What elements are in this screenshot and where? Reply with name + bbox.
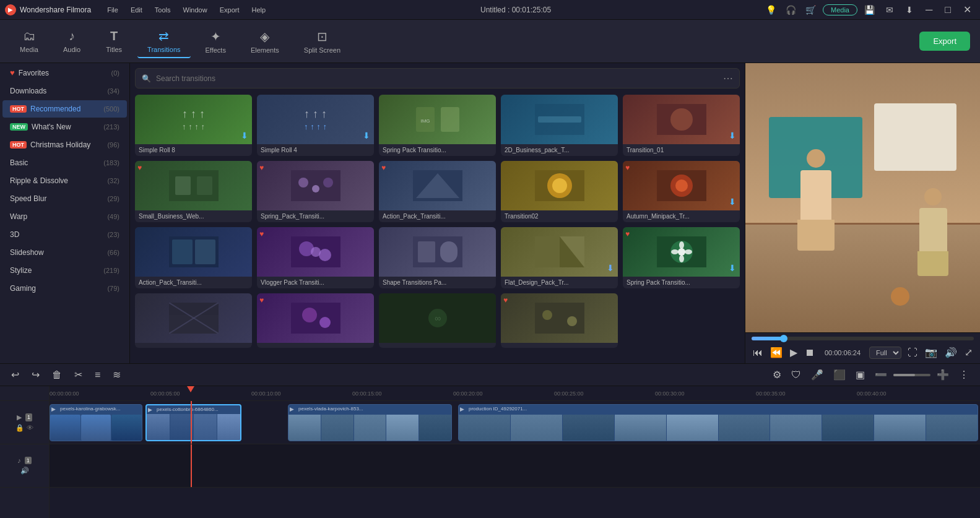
- toolbar-effects[interactable]: ✦ Effects: [196, 25, 236, 58]
- toolbar-splitscreen[interactable]: ⊡ Split Screen: [294, 25, 350, 58]
- bulb-icon[interactable]: 💡: [763, 2, 778, 17]
- toolbar-media[interactable]: 🗂 Media: [10, 25, 48, 57]
- sidebar-item-gaming[interactable]: Gaming (79): [2, 280, 127, 297]
- card-simpleroll4[interactable]: ↑ ↑ ↑ ↑ ↑ ↑ ↑ ⬇ Simple Roll 4: [257, 95, 374, 156]
- zoom-out-button[interactable]: ➖: [871, 368, 891, 382]
- sidebar-item-stylize[interactable]: Stylize (219): [2, 262, 127, 279]
- card-autumn[interactable]: ♥ ⬇ Autumn_Minipack_Tr...: [623, 161, 740, 222]
- card-flatdesign[interactable]: ⬇ Flat_Design_Pack_Tr...: [501, 227, 618, 288]
- sidebar-slideshow-count: (66): [107, 249, 119, 256]
- card-springpack3[interactable]: ♥ ⬇ Spring Pack Transitio...: [623, 227, 740, 288]
- redo-button[interactable]: ↪: [28, 368, 43, 382]
- toolbar-elements[interactable]: ◈ Elements: [241, 25, 289, 58]
- card-transition02[interactable]: Transition02: [501, 161, 618, 222]
- card-2dbizpack[interactable]: 2D_Business_pack_T...: [501, 95, 618, 156]
- expand-button[interactable]: ⤢: [963, 345, 974, 360]
- card-actionpack1[interactable]: ♥ Action_Pack_Transiti...: [379, 161, 496, 222]
- skip-back-button[interactable]: ⏮: [752, 346, 764, 360]
- app-icon: ▶: [5, 4, 16, 15]
- search-icon: 🔍: [142, 74, 151, 83]
- ruler-10: 00:00:10:00: [251, 391, 281, 397]
- sidebar-item-slideshow[interactable]: Slideshow (66): [2, 244, 127, 261]
- stop-button[interactable]: ⏹: [804, 346, 816, 360]
- audio-waves-button[interactable]: ≋: [109, 368, 124, 382]
- minimize-button[interactable]: ─: [922, 4, 936, 15]
- search-input[interactable]: [156, 74, 718, 83]
- sidebar-item-favorites[interactable]: ♥ Favorites (0): [2, 64, 127, 82]
- snapshot-button[interactable]: 📷: [924, 345, 939, 360]
- sidebar-item-3d[interactable]: 3D (23): [2, 226, 127, 243]
- export-button[interactable]: Export: [919, 32, 970, 51]
- timeline-toolbar: ↩ ↪ 🗑 ✂ ≡ ≋ ⚙ 🛡 🎤 ⬛ ▣ ➖ ➕ ⋮: [0, 364, 980, 386]
- toolbar-audio[interactable]: ♪ Audio: [53, 25, 90, 57]
- volume-button[interactable]: 🔊: [943, 345, 958, 360]
- sidebar-item-ripple[interactable]: Ripple & Dissolve (32): [2, 172, 127, 189]
- svg-rect-9: [197, 176, 212, 195]
- quality-select[interactable]: Full 1/2 1/4: [869, 347, 901, 359]
- card-purple1[interactable]: ♥: [257, 293, 374, 348]
- clip4-label: production ID_49292071...: [469, 406, 527, 412]
- card-springpack[interactable]: IMG Spring Pack Transitio...: [379, 95, 496, 156]
- menu-edit[interactable]: Edit: [128, 5, 145, 15]
- video-clip-4[interactable]: production ID_49292071... ▶: [458, 404, 978, 441]
- card-transition01[interactable]: ⬇ Transition_01: [623, 95, 740, 156]
- clip3-label: pexels-vlada-karpovich-853...: [298, 406, 363, 412]
- sidebar-ripple-count: (32): [107, 177, 119, 184]
- sidebar-item-warp[interactable]: Warp (49): [2, 208, 127, 225]
- sidebar-item-whatsnew[interactable]: NEW What's New (213): [2, 118, 127, 136]
- more-button[interactable]: ⋮: [955, 368, 973, 382]
- sidebar-item-recommended[interactable]: HOT Recommended (500): [2, 100, 127, 118]
- cart-icon[interactable]: 🛒: [803, 2, 818, 17]
- toolbar-titles[interactable]: T Titles: [95, 25, 132, 57]
- save-icon[interactable]: 💾: [862, 2, 877, 17]
- grid-options-icon[interactable]: ⋯: [723, 72, 733, 84]
- card-springpack2[interactable]: ♥ Spring_Pack_Transiti...: [257, 161, 374, 222]
- undo-button[interactable]: ↩: [7, 368, 23, 382]
- card-dark2[interactable]: ∞: [379, 293, 496, 348]
- card-smallbiz[interactable]: ♥ Small_Business_Web...: [135, 161, 252, 222]
- maximize-button[interactable]: □: [941, 4, 955, 15]
- card-actionpack2[interactable]: Action_Pack_Transiti...: [135, 227, 252, 288]
- video-clip-2[interactable]: pexels-cottonbro-6864860... ▶: [145, 404, 241, 441]
- track2-volume-icon[interactable]: 🔊: [20, 467, 29, 475]
- card-label-springpack: Spring Pack Transitio...: [379, 144, 496, 156]
- sidebar-item-downloads[interactable]: Downloads (34): [2, 82, 127, 100]
- toolbar-splitscreen-label: Split Screen: [304, 46, 340, 54]
- card-simpleroll8[interactable]: ↑ ↑ ↑ ↑ ↑ ↑ ↑ ⬇ Simple Roll 8: [135, 95, 252, 156]
- mail-icon[interactable]: ✉: [882, 2, 897, 17]
- card-dark1[interactable]: [135, 293, 252, 348]
- menu-export[interactable]: Export: [217, 5, 242, 15]
- shield-button[interactable]: 🛡: [787, 368, 805, 382]
- cut-button[interactable]: ✂: [71, 368, 86, 382]
- track1-eye-icon[interactable]: 👁: [27, 424, 33, 432]
- caption-button[interactable]: ▣: [852, 368, 869, 382]
- zoom-in-button[interactable]: ➕: [933, 368, 953, 382]
- settings-button[interactable]: ⚙: [769, 368, 785, 382]
- close-button[interactable]: ✕: [960, 4, 975, 15]
- sidebar-item-speedblur[interactable]: Speed Blur (29): [2, 190, 127, 207]
- card-shape[interactable]: Shape Transitions Pa...: [379, 227, 496, 288]
- sidebar-item-christmas[interactable]: HOT Christmas Holiday (96): [2, 136, 127, 153]
- step-back-button[interactable]: ⏪: [769, 345, 784, 360]
- delete-button[interactable]: 🗑: [48, 368, 66, 382]
- mic-button[interactable]: 🎤: [807, 368, 827, 382]
- video-clip-1[interactable]: pexels-karolina-grabowsk... ▶: [50, 404, 142, 441]
- sidebar-item-basic[interactable]: Basic (183): [2, 154, 127, 171]
- menu-window[interactable]: Window: [181, 5, 210, 15]
- adjust-button[interactable]: ≡: [91, 368, 104, 382]
- menu-help[interactable]: Help: [249, 5, 268, 15]
- toolbar-transitions[interactable]: ⇄ Transitions: [137, 25, 190, 58]
- menu-file[interactable]: File: [105, 5, 121, 15]
- video-clip-3[interactable]: pexels-vlada-karpovich-853... ▶: [288, 404, 452, 441]
- login-button[interactable]: Media: [823, 4, 857, 15]
- download-icon[interactable]: ⬇: [902, 2, 917, 17]
- subtitle-button[interactable]: ⬛: [830, 368, 849, 382]
- fullscreen-button[interactable]: ⛶: [906, 346, 919, 360]
- card-vlogger[interactable]: ♥ Vlogger Pack Transiti...: [257, 227, 374, 288]
- menu-tools[interactable]: Tools: [152, 5, 173, 15]
- track1-lock-icon[interactable]: 🔒: [15, 424, 24, 432]
- card-dark3[interactable]: ♥: [501, 293, 618, 348]
- headphone-icon[interactable]: 🎧: [783, 2, 798, 17]
- progress-bar[interactable]: [752, 337, 974, 340]
- play-button[interactable]: ▶: [789, 345, 799, 360]
